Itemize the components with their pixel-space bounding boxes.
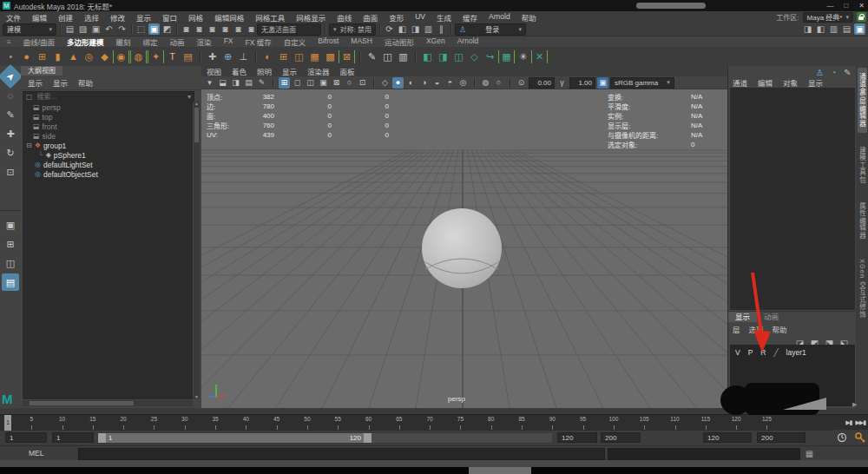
gamma-field[interactable]: 1.00 bbox=[569, 77, 595, 89]
range-slider-track[interactable]: 1 120 bbox=[97, 432, 553, 444]
menu-item[interactable]: 曲面 bbox=[363, 12, 378, 23]
shelf-tab[interactable]: 渲染 bbox=[197, 36, 212, 47]
poly-disc-icon[interactable]: ◉ bbox=[113, 50, 129, 63]
boolean-icon[interactable]: ⊠ bbox=[339, 50, 355, 63]
select-object-icon[interactable]: ▣ bbox=[148, 23, 160, 35]
animation-end-field[interactable]: 200 bbox=[601, 432, 641, 443]
shelf-tab[interactable]: 自定义 bbox=[284, 36, 306, 47]
poly-superellipse-icon[interactable]: ✦ bbox=[148, 50, 164, 63]
preset-layout-button[interactable]: ▤ bbox=[2, 273, 19, 291]
wireframe-icon[interactable]: ◇ bbox=[379, 77, 391, 89]
outliner-item-defaultLightSet[interactable]: ◎defaultLightSet bbox=[23, 160, 193, 169]
outliner-toggle-icon[interactable]: ▣ bbox=[854, 23, 865, 35]
curve-to-poly-icon[interactable]: ↪ bbox=[483, 49, 497, 64]
menu-item[interactable]: 修改 bbox=[110, 12, 125, 23]
reduce-icon[interactable]: ▩ bbox=[323, 49, 338, 64]
workspace-dropdown[interactable]: Maya 经典* ▾ bbox=[803, 12, 853, 23]
single-pane-layout-button[interactable]: ▣ bbox=[2, 216, 19, 234]
menu-item[interactable]: 生成 bbox=[437, 12, 451, 23]
select-component-icon[interactable]: ◩ bbox=[161, 23, 173, 35]
layer-visibility-toggle[interactable]: V bbox=[735, 348, 740, 357]
combine-icon[interactable]: ⊞ bbox=[276, 49, 291, 64]
menu-item[interactable]: 编辑 bbox=[758, 77, 773, 88]
insert-edge-loop-icon[interactable]: ▥ bbox=[396, 49, 411, 64]
symmetry-dropdown[interactable]: ▾ 对称: 禁用 bbox=[329, 23, 376, 36]
colorspace-dropdown[interactable]: sRGB gamma ▾ bbox=[610, 77, 674, 89]
save-scene-icon[interactable]: ▣ bbox=[90, 23, 102, 35]
menu-item[interactable]: 缓存 bbox=[463, 12, 477, 23]
outliner-item-persp[interactable]: ⬓persp bbox=[23, 102, 193, 112]
script-editor-icon[interactable]: ▦ bbox=[804, 448, 815, 459]
bevel-icon[interactable]: ◨ bbox=[436, 49, 450, 64]
layer-name[interactable]: layer1 bbox=[786, 348, 806, 357]
expander-icon[interactable]: ⊟ bbox=[26, 142, 32, 149]
attribute-editor-toggle-icon[interactable]: ◨ bbox=[802, 23, 813, 35]
menu-item[interactable]: 创建 bbox=[58, 12, 73, 23]
menu-item[interactable]: 变形 bbox=[389, 12, 404, 23]
menu-item[interactable]: 帮助 bbox=[522, 12, 536, 23]
outliner-item-side[interactable]: ⬓side bbox=[23, 131, 193, 141]
scale-tool[interactable]: ⊡ bbox=[2, 163, 19, 181]
menu-item[interactable]: 网格显示 bbox=[296, 12, 326, 23]
sidebar-tab-item[interactable]: 建模工具包 bbox=[858, 142, 867, 189]
shelf-tab[interactable]: 雕刻 bbox=[116, 36, 131, 47]
safe-action-icon[interactable]: ○ bbox=[344, 77, 355, 89]
snap-point-icon[interactable]: ◙ bbox=[207, 23, 218, 35]
symmetrize-icon[interactable]: ✳ bbox=[516, 49, 530, 64]
login-dropdown[interactable]: ♙ 登录 ▾ bbox=[455, 23, 526, 36]
shelf-tab[interactable]: XGen bbox=[426, 36, 445, 47]
lasso-select-tool[interactable]: ◌ bbox=[2, 87, 19, 104]
move-tool[interactable]: ✚ bbox=[2, 125, 19, 142]
menu-item[interactable]: 显示 bbox=[53, 77, 68, 88]
lock-camera-icon[interactable]: ⬓ bbox=[217, 77, 228, 89]
channel-box-toggle-icon[interactable]: ▥ bbox=[828, 23, 839, 35]
film-gate-icon[interactable]: ◻ bbox=[292, 77, 303, 89]
grid-icon[interactable]: ⊞ bbox=[279, 77, 290, 89]
project-curve-icon[interactable]: ◇ bbox=[467, 49, 482, 64]
construction-history-icon[interactable]: ⟳ bbox=[384, 23, 395, 35]
sculpt-icon[interactable]: ▦ bbox=[498, 50, 515, 63]
two-pane-layout-button[interactable]: ◫ bbox=[2, 254, 19, 272]
shelf-tab[interactable]: Bifrost bbox=[318, 36, 339, 47]
select-hierarchy-icon[interactable]: ⬚ bbox=[135, 23, 147, 35]
xray-icon[interactable]: ○ bbox=[493, 77, 504, 89]
render-settings-icon[interactable]: ▥ bbox=[423, 23, 434, 35]
menu-item[interactable]: UV bbox=[415, 12, 425, 23]
svg-tool-icon[interactable]: ▤ bbox=[181, 49, 195, 64]
playback-step-forward-button[interactable]: ▶▮ bbox=[845, 419, 852, 426]
perspective-viewport[interactable]: 视图着色照明显示渲染器面板 ▾⬓◨▤✎⊞◻◫▣⊠○⊡◇●◐◑◒◓◎◍○⊙ 0.0… bbox=[201, 66, 727, 408]
menu-item[interactable]: Arnold bbox=[489, 12, 510, 23]
mirror-icon[interactable]: ◐ bbox=[260, 49, 275, 64]
shelf-tab[interactable]: 绑定 bbox=[143, 36, 158, 47]
exposure-field[interactable]: 0.00 bbox=[529, 77, 555, 89]
secondary-end-field[interactable]: 120 bbox=[703, 432, 752, 443]
poly-cylinder-icon[interactable]: ▮ bbox=[50, 49, 65, 64]
select-camera-icon[interactable]: ▾ bbox=[204, 77, 215, 89]
outliner-vertical-scrollbar[interactable]: ▲ ▼ bbox=[194, 101, 200, 399]
range-start-handle[interactable] bbox=[98, 433, 106, 443]
separate-icon[interactable]: ◫ bbox=[292, 49, 306, 64]
new-scene-icon[interactable]: ▤ bbox=[64, 23, 76, 35]
paint-select-tool[interactable]: ✎ bbox=[2, 106, 19, 123]
use-all-lights-icon[interactable]: ◑ bbox=[418, 77, 430, 89]
poly-cube-icon[interactable]: ⊞ bbox=[35, 49, 49, 64]
menu-item[interactable]: 显示 bbox=[136, 12, 151, 23]
minimize-button[interactable]: — bbox=[826, 0, 833, 11]
shelf-tab[interactable]: 动画 bbox=[170, 36, 185, 47]
range-end-handle[interactable] bbox=[364, 433, 372, 443]
menu-item[interactable]: 视图 bbox=[207, 66, 221, 76]
outliner-item-group1[interactable]: ⊟❖group1 bbox=[23, 141, 193, 150]
close-button[interactable]: ✕ bbox=[858, 0, 865, 11]
poly-plane-icon[interactable]: ◆ bbox=[97, 49, 112, 64]
time-slider[interactable]: 1 51015202530354045505560657075808590951… bbox=[0, 414, 833, 431]
bookmark-icon[interactable]: ▤ bbox=[243, 77, 254, 89]
shelf-tab[interactable]: 曲线/曲面 bbox=[23, 36, 55, 47]
shelf-tab[interactable]: MASH bbox=[351, 36, 372, 47]
poly-sphere-icon[interactable]: ● bbox=[19, 49, 34, 64]
snap-projected-center-icon[interactable]: ◙ bbox=[220, 23, 231, 35]
menu-item[interactable]: 照明 bbox=[257, 66, 272, 76]
open-scene-icon[interactable]: ▨ bbox=[77, 23, 89, 35]
isolate-select-icon[interactable]: ◍ bbox=[480, 77, 491, 89]
menu-item[interactable]: 面板 bbox=[340, 66, 355, 76]
shelf-popup-icon[interactable]: • bbox=[3, 49, 18, 64]
